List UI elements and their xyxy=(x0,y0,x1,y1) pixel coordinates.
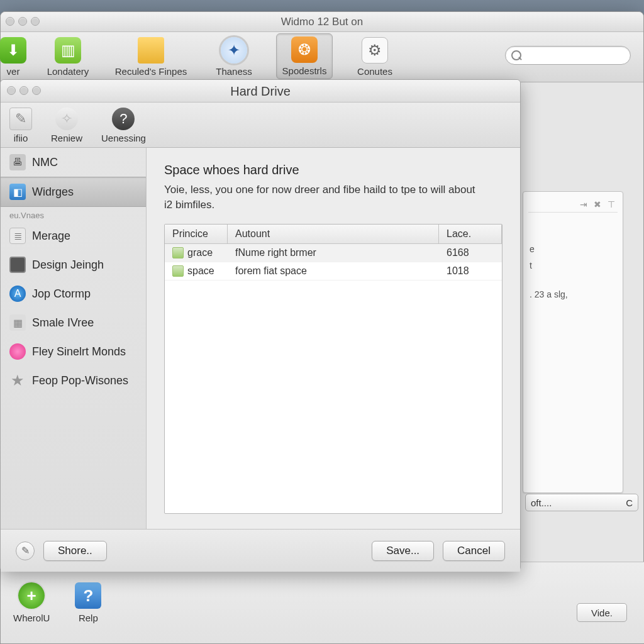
save-button[interactable]: Save... xyxy=(372,541,434,561)
table-rows: grace fNume right brmer 6168 space forem… xyxy=(165,244,502,513)
table-row[interactable]: space forem fiat space 1018 xyxy=(165,262,502,280)
search-wrapper xyxy=(505,46,631,65)
side-merage[interactable]: ≣ Merage xyxy=(1,221,146,250)
tb-conutes[interactable]: ⚙ Conutes xyxy=(347,37,403,79)
question-icon: ? xyxy=(112,108,135,130)
side-nmc[interactable]: 🖶 NMC xyxy=(1,148,146,177)
side-widrges[interactable]: ◧ Widrges xyxy=(1,177,146,207)
file-icon xyxy=(172,247,184,258)
widget-icon: ◧ xyxy=(9,184,26,200)
content-desc: Yoie, less, you one for now dreer and fi… xyxy=(164,182,485,213)
sidebar-heading: eu.Vnaes xyxy=(1,207,146,221)
hard-drive-dialog: Hard Drive ✎ ifiio ✧ Reniew ? Uenessing … xyxy=(0,79,521,571)
table-header: Princice Autount Lace. xyxy=(165,225,502,244)
info-panel-tabs[interactable]: ⇥ ✖ ⊤ xyxy=(528,197,618,213)
minimize-icon[interactable] xyxy=(18,17,27,26)
grid-icon: ▦ xyxy=(9,314,26,331)
tool-uenessing[interactable]: ? Uenessing xyxy=(101,108,146,143)
zoom-icon[interactable] xyxy=(32,86,41,95)
tool-ifilo[interactable]: ✎ ifiio xyxy=(9,108,32,143)
info-line: . 23 a slg, xyxy=(530,289,618,299)
tb-ver[interactable]: ⬇ ver xyxy=(1,37,26,79)
info-panel: ⇥ ✖ ⊤ e t . 23 a slg, xyxy=(523,191,623,493)
info-line: t xyxy=(530,260,618,270)
lightbulb-icon: ✧ xyxy=(55,108,78,130)
main-toolbar: ⬇ ver ▥ Londatery Reculed's Finpes ✦ Tha… xyxy=(1,32,643,82)
side-fley[interactable]: Fley Sinelrt Monds xyxy=(1,337,146,366)
content-heading: Space whoes hard drive xyxy=(164,163,502,177)
dialog-sidebar: 🖶 NMC ◧ Widrges eu.Vnaes ≣ Merage Design… xyxy=(1,148,147,529)
compass-icon: ✦ xyxy=(221,37,247,64)
main-traffic-lights[interactable] xyxy=(6,17,40,26)
arrow-down-icon: ⬇ xyxy=(0,37,26,64)
info-tab-icon[interactable]: ✖ xyxy=(594,199,601,209)
cancel-button[interactable]: Cancel xyxy=(443,541,505,561)
dialog-content: Space whoes hard drive Yoie, less, you o… xyxy=(147,148,520,529)
document-icon: ≣ xyxy=(9,228,26,244)
zoom-icon[interactable] xyxy=(31,17,40,26)
info-line: e xyxy=(530,244,618,254)
dialog-titlebar: Hard Drive xyxy=(1,80,520,103)
close-icon[interactable] xyxy=(6,17,14,26)
plus-icon: + xyxy=(18,582,45,609)
search-input[interactable] xyxy=(505,46,631,65)
bottom-relp[interactable]: ? Relp xyxy=(75,582,101,623)
book-icon: ▥ xyxy=(55,37,81,64)
info-tab-icon[interactable]: ⇥ xyxy=(580,199,587,209)
tb-londatery[interactable]: ▥ Londatery xyxy=(40,37,96,79)
dialog-footer: ✎ Shore.. Save... Cancel xyxy=(1,529,520,572)
printer-icon: 🖶 xyxy=(9,154,26,170)
star-icon: ★ xyxy=(9,372,26,389)
side-feop[interactable]: ★ Feop Pop-Wisones xyxy=(1,366,146,395)
col-princice[interactable]: Princice xyxy=(165,225,228,243)
drive-table: Princice Autount Lace. grace fNume right… xyxy=(164,224,502,514)
edit-button[interactable]: ✎ xyxy=(16,541,35,560)
bg-dropdown[interactable]: oft.... C xyxy=(525,494,638,511)
side-smale[interactable]: ▦ Smale IVree xyxy=(1,308,146,337)
dialog-body: 🖶 NMC ◧ Widrges eu.Vnaes ≣ Merage Design… xyxy=(1,148,520,529)
dialog-toolbar: ✎ ifiio ✧ Reniew ? Uenessing xyxy=(1,103,520,148)
preferences-icon: ⚙ xyxy=(362,37,388,64)
info-tab-icon[interactable]: ⊤ xyxy=(608,199,615,209)
dialog-traffic-lights[interactable] xyxy=(7,86,41,95)
swirl-icon: ❂ xyxy=(291,36,318,63)
tb-spodestrls[interactable]: ❂ Spodestrls xyxy=(276,33,333,79)
side-design[interactable]: Design Jeingh xyxy=(1,250,146,279)
main-title: Widmo 12 But on xyxy=(281,16,363,28)
col-autount[interactable]: Autount xyxy=(228,225,439,243)
flower-icon xyxy=(9,343,26,360)
bottom-wherolu[interactable]: + WherolU xyxy=(13,582,50,623)
shore-button[interactable]: Shore.. xyxy=(43,541,107,561)
close-icon[interactable] xyxy=(7,86,16,95)
dialog-title: Hard Drive xyxy=(230,84,291,98)
tb-reculeds[interactable]: Reculed's Finpes xyxy=(110,37,192,79)
pencil-icon: ✎ xyxy=(21,545,30,557)
minimize-icon[interactable] xyxy=(19,86,28,95)
tb-thaness[interactable]: ✦ Thaness xyxy=(206,37,262,79)
help-icon: ? xyxy=(75,582,101,609)
bottom-bar: + WherolU ? Relp Vide. xyxy=(1,562,644,643)
document-icon: ✎ xyxy=(9,108,32,130)
side-jop[interactable]: A Jop Ctormp xyxy=(1,279,146,308)
main-titlebar: Widmo 12 But on xyxy=(1,12,643,32)
col-lace[interactable]: Lace. xyxy=(439,225,502,243)
folder-icon xyxy=(138,37,164,64)
app-icon: A xyxy=(9,286,26,302)
vide-button[interactable]: Vide. xyxy=(577,603,627,622)
display-icon xyxy=(9,257,26,273)
file-icon xyxy=(172,265,184,277)
table-row[interactable]: grace fNume right brmer 6168 xyxy=(165,244,502,262)
tool-reniew[interactable]: ✧ Reniew xyxy=(51,108,82,143)
